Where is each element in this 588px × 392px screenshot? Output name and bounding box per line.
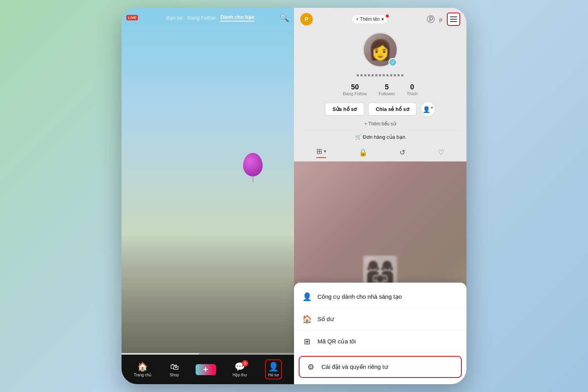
live-badge: LIVE xyxy=(126,15,138,20)
dropdown-menu: 👤 Công cụ dành cho nhà sáng tạo 🏠 Số dư … xyxy=(294,283,466,384)
heart-icon: ♡ xyxy=(438,148,444,157)
menu-item-balance-label: Số dư xyxy=(318,316,334,323)
tab-dang-follow[interactable]: Đang Follow xyxy=(187,15,216,21)
tab-grid[interactable]: ⊞ ▾ xyxy=(316,147,326,158)
feed-top-nav: LIVE Bạn bè Đang Follow Dành cho bạn 🔍 xyxy=(122,8,294,27)
people-silhouette xyxy=(122,235,294,353)
order-section[interactable]: 🛒 Đơn hàng của bạn xyxy=(300,130,460,144)
nav-add[interactable]: + xyxy=(197,364,214,375)
left-panel: LIVE Bạn bè Đang Follow Dành cho bạn 🔍 🏠… xyxy=(122,8,294,384)
add-button[interactable]: + xyxy=(197,364,214,375)
content-tabs: ⊞ ▾ 🔒 ↺ ♡ xyxy=(294,144,466,162)
tab-repost[interactable]: ↺ xyxy=(399,148,405,157)
lock-icon: 🔒 xyxy=(359,148,367,157)
feed-nav-tabs: Bạn bè Đang Follow Dành cho bạn xyxy=(166,14,254,22)
settings-icon: ⚙ xyxy=(306,362,316,372)
order-label: 🛒 Đơn hàng của bạn xyxy=(355,134,405,140)
edit-profile-button[interactable]: Sửa hồ sơ xyxy=(325,103,364,116)
add-name-wrapper: + Thêm tên ▾ xyxy=(352,15,388,24)
menu-line-3 xyxy=(450,21,457,22)
progress-fill xyxy=(122,353,199,354)
profile-icon: 👤 xyxy=(268,362,279,372)
nav-profile-label: Hồ sơ xyxy=(268,373,279,377)
coins-label: p xyxy=(439,16,442,22)
stat-follower[interactable]: 5 Follower xyxy=(379,83,395,96)
top-right-icons: ⓟ p xyxy=(427,13,460,26)
menu-item-creator-tools[interactable]: 👤 Công cụ dành cho nhà sáng tạo xyxy=(294,286,466,308)
notification-dot xyxy=(386,15,389,18)
stat-follower-label: Follower xyxy=(379,91,395,96)
tab-ban-be[interactable]: Bạn bè xyxy=(166,15,183,21)
grid-icon: ⊞ xyxy=(316,147,322,156)
nav-inbox[interactable]: 💬 5 Hộp thư xyxy=(232,362,247,377)
qr-icon: ⊞ xyxy=(302,337,312,346)
home-icon: 🏠 xyxy=(137,362,148,372)
shop-icon: 🛍 xyxy=(170,362,179,372)
coins-icon[interactable]: ⓟ xyxy=(427,14,435,25)
phone-container: LIVE Bạn bè Đang Follow Dành cho bạn 🔍 🏠… xyxy=(122,8,466,384)
stat-following-number: 50 xyxy=(343,83,367,91)
menu-item-creator-tools-label: Công cụ dành cho nhà sáng tạo xyxy=(318,293,402,300)
stat-following-label: Đang Follow xyxy=(343,91,367,96)
add-bio-link[interactable]: + Thêm tiểu sử xyxy=(300,121,460,127)
verified-badge: ✓ xyxy=(388,58,397,67)
menu-line-2 xyxy=(450,19,457,20)
avatar-image: 👩 xyxy=(368,38,392,61)
video-progress-bar[interactable] xyxy=(122,353,294,354)
nav-inbox-label: Hộp thư xyxy=(232,373,247,377)
profile-header: P + Thêm tên ▾ ⓟ p xyxy=(294,8,466,144)
tab-liked[interactable]: ♡ xyxy=(438,148,444,157)
stat-follower-number: 5 xyxy=(379,83,395,91)
search-icon[interactable]: 🔍 xyxy=(279,13,289,22)
inbox-badge: 5 xyxy=(242,360,248,367)
stat-likes-number: 0 xyxy=(407,83,418,91)
menu-item-settings-label: Cài đặt và quyền riêng tư xyxy=(321,363,388,370)
right-panel: P + Thêm tên ▾ ⓟ p xyxy=(294,8,466,384)
nav-shop-label: Shop xyxy=(170,373,179,377)
stats-row: 50 Đang Follow 5 Follower 0 Thích xyxy=(300,83,460,96)
share-profile-button[interactable]: Chia sẻ hồ sơ xyxy=(368,103,416,116)
add-friend-icon: 👤+ xyxy=(423,105,434,113)
chevron-down-icon: ▾ xyxy=(381,16,384,22)
menu-line-1 xyxy=(450,16,457,17)
grid-dropdown-icon: ▾ xyxy=(324,149,326,154)
action-buttons: Sửa hồ sơ Chia sẻ hồ sơ 👤+ xyxy=(300,102,460,116)
menu-item-qr-label: Mã QR của tôi xyxy=(318,338,356,345)
nav-profile[interactable]: 👤 Hồ sơ xyxy=(265,359,282,379)
username: ●●●●●●●●●●●●● xyxy=(356,72,405,78)
menu-item-settings[interactable]: ⚙ Cài đặt và quyền riêng tư xyxy=(299,356,462,378)
bottom-nav: 🏠 Trang chủ 🛍 Shop + 💬 5 Hộp thư 👤 Hồ sơ xyxy=(122,355,294,384)
nav-home[interactable]: 🏠 Trang chủ xyxy=(134,362,151,377)
avatar-section: 👩 ✓ xyxy=(300,32,460,67)
stat-likes[interactable]: 0 Thích xyxy=(407,83,418,96)
nav-home-label: Trang chủ xyxy=(134,373,151,377)
bio-section: + Thêm tiểu sử xyxy=(300,121,460,127)
profile-top-bar: P + Thêm tên ▾ ⓟ p xyxy=(300,13,460,26)
menu-item-qr[interactable]: ⊞ Mã QR của tôi xyxy=(294,330,466,353)
add-name-label: + Thêm tên xyxy=(356,16,380,22)
add-bio-text: + Thêm tiểu sử xyxy=(364,121,396,127)
nav-shop[interactable]: 🛍 Shop xyxy=(170,362,179,377)
stat-likes-label: Thích xyxy=(407,91,418,96)
username-area: ●●●●●●●●●●●●● xyxy=(300,71,460,78)
stat-following[interactable]: 50 Đang Follow xyxy=(343,83,367,96)
menu-item-balance[interactable]: 🏠 Số dư xyxy=(294,308,466,330)
repost-icon: ↺ xyxy=(399,148,405,157)
tab-danh-cho-ban[interactable]: Dành cho bạn xyxy=(220,14,254,22)
p-icon: P xyxy=(300,13,313,25)
creator-tools-icon: 👤 xyxy=(302,292,312,301)
menu-button[interactable] xyxy=(447,13,460,26)
balloon-decoration xyxy=(243,153,263,176)
add-icon: + xyxy=(203,365,208,375)
tab-locked[interactable]: 🔒 xyxy=(359,148,367,157)
hamburger-icon xyxy=(450,16,457,22)
avatar-wrapper: 👩 ✓ xyxy=(363,32,398,67)
balance-icon: 🏠 xyxy=(302,314,312,324)
add-friend-button[interactable]: 👤+ xyxy=(421,102,436,116)
add-name-button[interactable]: + Thêm tên ▾ xyxy=(352,15,388,24)
